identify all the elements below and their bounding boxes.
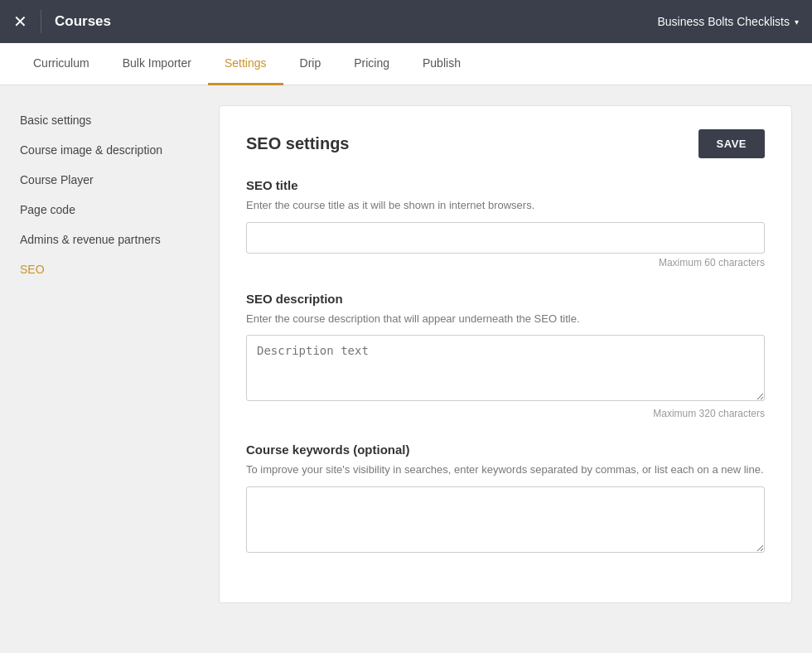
keywords-hint: To improve your site's visibility in sea… — [246, 462, 765, 478]
course-name: Business Bolts Checklists — [657, 15, 790, 28]
close-button[interactable]: ✕ — [13, 13, 27, 30]
sidebar-item-basic-settings[interactable]: Basic settings — [0, 105, 199, 135]
course-selector[interactable]: Business Bolts Checklists ▾ — [657, 15, 799, 28]
topbar-divider — [41, 10, 41, 33]
tab-pricing[interactable]: Pricing — [337, 43, 406, 85]
save-button[interactable]: SAVE — [698, 129, 765, 158]
seo-description-textarea[interactable] — [246, 335, 765, 401]
seo-description-label: SEO description — [246, 292, 765, 306]
tab-drip[interactable]: Drip — [283, 43, 338, 85]
sidebar: Basic settings Course image & descriptio… — [0, 85, 199, 651]
seo-description-hint: Enter the course description that will a… — [246, 311, 765, 327]
seo-title-input[interactable] — [246, 222, 765, 254]
sidebar-item-page-code[interactable]: Page code — [0, 195, 199, 225]
tab-publish[interactable]: Publish — [406, 43, 477, 85]
seo-description-section: SEO description Enter the course descrip… — [246, 292, 765, 420]
seo-title-label: SEO title — [246, 178, 765, 192]
keywords-label: Course keywords (optional) — [246, 443, 765, 457]
tab-curriculum[interactable]: Curriculum — [17, 43, 106, 85]
sidebar-item-seo[interactable]: SEO — [0, 254, 199, 284]
chevron-down-icon: ▾ — [795, 17, 799, 27]
tab-bulk-importer[interactable]: Bulk Importer — [106, 43, 208, 85]
sidebar-item-course-image[interactable]: Course image & description — [0, 135, 199, 165]
card-header: SEO settings SAVE — [246, 129, 765, 158]
seo-settings-card: SEO settings SAVE SEO title Enter the co… — [219, 105, 792, 603]
card-title: SEO settings — [246, 134, 349, 153]
sidebar-item-admins[interactable]: Admins & revenue partners — [0, 225, 199, 254]
sidebar-item-course-player[interactable]: Course Player — [0, 165, 199, 195]
seo-title-char-limit: Maximum 60 characters — [246, 257, 765, 268]
topbar: ✕ Courses Business Bolts Checklists ▾ — [0, 0, 812, 43]
seo-title-section: SEO title Enter the course title as it w… — [246, 178, 765, 268]
tab-settings[interactable]: Settings — [208, 43, 283, 85]
seo-title-hint: Enter the course title as it will be sho… — [246, 197, 765, 214]
keywords-section: Course keywords (optional) To improve yo… — [246, 443, 765, 556]
seo-description-char-limit: Maximum 320 characters — [246, 408, 765, 419]
main-layout: Basic settings Course image & descriptio… — [0, 85, 812, 651]
main-content: SEO settings SAVE SEO title Enter the co… — [199, 85, 812, 651]
topbar-title: Courses — [55, 13, 644, 30]
keywords-textarea[interactable] — [246, 486, 765, 553]
tab-nav: Curriculum Bulk Importer Settings Drip P… — [0, 43, 812, 85]
